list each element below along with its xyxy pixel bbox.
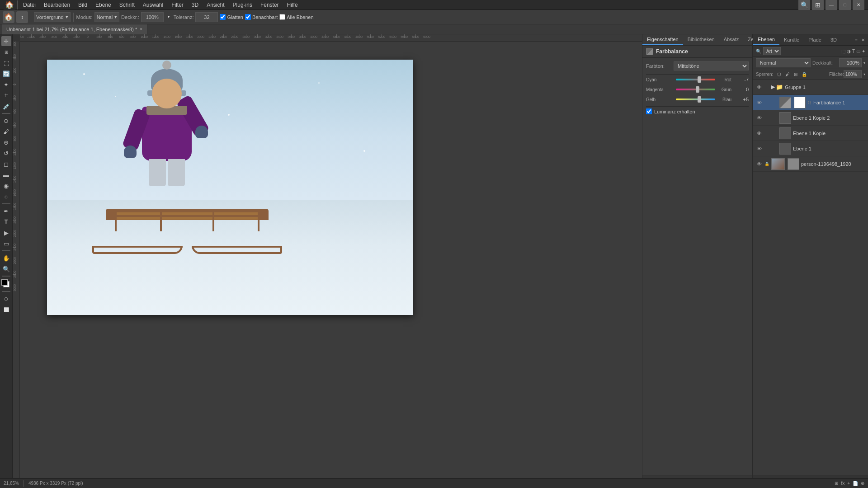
layers-mode-dropdown[interactable]: Normal (756, 58, 811, 67)
status-grid-btn[interactable]: ⊞ (835, 481, 838, 486)
tool-pen[interactable]: ✒ (1, 206, 11, 216)
tool-zoom[interactable]: 🔍 (1, 264, 11, 274)
tool-brush[interactable]: 🖌 (1, 127, 11, 136)
minimize-icon[interactable]: — (826, 0, 837, 11)
status-fx-btn[interactable]: fx (841, 481, 844, 486)
layer-eye-e1[interactable]: 👁 (756, 145, 762, 152)
ps-home-icon[interactable]: 🏠 (4, 0, 15, 11)
fill-arrow[interactable]: ▾ (863, 72, 865, 76)
tab-kanaele[interactable]: Kanäle (779, 35, 804, 45)
filter-adj-icon[interactable]: ◑ (847, 49, 851, 54)
menu-ebene[interactable]: Ebene (92, 1, 115, 9)
layer-farbbalance1[interactable]: 👁 ⛓ Farbbalance 1 (753, 95, 868, 110)
layer-ebene1[interactable]: 👁 Ebene 1 (753, 141, 868, 156)
workspace-icon[interactable]: ⊞ (812, 0, 824, 11)
fg-color-swatch[interactable] (1, 279, 8, 286)
layer-eye-e1k[interactable]: 👁 (756, 130, 762, 136)
menu-ansicht[interactable]: Ansicht (203, 1, 228, 9)
search-icon[interactable]: 🔍 (798, 0, 810, 11)
menu-bild[interactable]: Bild (75, 1, 91, 9)
filter-shape-icon[interactable]: ▭ (856, 49, 860, 54)
layers-filter-type[interactable]: Art (763, 47, 781, 55)
tool-dodge[interactable]: ○ (1, 192, 11, 202)
menu-fenster[interactable]: Fenster (257, 1, 283, 9)
layer-ebene1kopie[interactable]: 👁 Ebene 1 Kopie (753, 126, 868, 141)
menu-auswahl[interactable]: Auswahl (139, 1, 167, 9)
menu-hilfe[interactable]: Hilfe (283, 1, 302, 9)
tool-spot-heal[interactable]: ⊙ (1, 116, 11, 126)
cyan-rot-thumb[interactable] (698, 76, 701, 83)
tab-3d[interactable]: 3D (826, 35, 841, 45)
tool-quick-mask[interactable]: ⬡ (1, 294, 11, 304)
alle-ebenen-checkbox[interactable] (279, 14, 285, 20)
gelb-blau-thumb[interactable] (698, 96, 701, 103)
tool-clone[interactable]: ⊕ (1, 137, 11, 147)
tool-gradient[interactable]: ▬ (1, 170, 11, 180)
layer-expand-arrow[interactable]: ▶ (771, 84, 774, 90)
tool-blur[interactable]: ◉ (1, 181, 11, 191)
luminanz-checkbox[interactable] (646, 108, 652, 114)
benachbart-checkbox-label[interactable]: Benachbart (245, 14, 278, 20)
deckraft-arrow[interactable]: ▾ (165, 11, 172, 23)
layer-eye-gruppe1[interactable]: 👁 (756, 84, 762, 90)
layers-close-btn[interactable]: ✕ (860, 38, 866, 42)
status-doc-btn[interactable]: 📄 (853, 481, 858, 486)
layer-person[interactable]: 👁 🔒 person-1196498_1920 (753, 156, 868, 172)
lock-image-btn[interactable]: 🖌 (784, 71, 791, 78)
status-add-btn[interactable]: + (847, 481, 850, 486)
magenta-gruen-thumb[interactable] (696, 86, 699, 93)
menu-datei[interactable]: Datei (19, 1, 39, 9)
tool-screen-mode[interactable]: ⬜ (1, 305, 11, 314)
farbton-select[interactable]: Tiefen Mitteltöne Lichter (674, 61, 749, 70)
tool-path-select[interactable]: ▶ (1, 228, 11, 238)
document-tab[interactable]: Unbenannt-1 bei 21,7% (Farbbalance 1, Eb… (2, 24, 147, 34)
color-swatches[interactable] (1, 279, 11, 289)
tool-lasso[interactable]: 🔄 (1, 69, 11, 79)
menu-3d[interactable]: 3D (188, 1, 202, 9)
maximize-icon[interactable]: □ (839, 0, 851, 11)
filter-text-icon[interactable]: T (852, 49, 855, 54)
glatten-checkbox-label[interactable]: Glätten (220, 14, 243, 20)
toleranz-input[interactable] (195, 12, 218, 22)
filter-pixel-icon[interactable]: ⬚ (841, 49, 845, 54)
tool-magic-wand[interactable]: ✦ (1, 80, 11, 89)
glatten-checkbox[interactable] (220, 14, 226, 20)
status-layers-btn[interactable]: ⊕ (861, 481, 864, 486)
layer-gruppe1[interactable]: 👁 ▶ 📁 Gruppe 1 (753, 80, 868, 95)
tool-eraser[interactable]: ◻ (1, 159, 11, 169)
layer-eye-e1k2[interactable]: 👁 (756, 115, 762, 121)
tab-bibliotheken[interactable]: Bibliotheken (683, 34, 719, 45)
layer-eye-person[interactable]: 👁 (756, 161, 762, 167)
menu-bearbeiten[interactable]: Bearbeiten (40, 1, 74, 9)
tool-rect-select[interactable]: ⬚ (1, 58, 11, 68)
tab-absatz[interactable]: Absatz (719, 34, 744, 45)
opacity-input[interactable] (839, 58, 862, 67)
alle-ebenen-checkbox-label[interactable]: Alle Ebenen (279, 14, 313, 20)
tool-select-icon[interactable]: ↕ (16, 11, 28, 23)
tool-artboard[interactable]: ⊞ (1, 47, 11, 57)
tab-close-btn[interactable]: × (140, 27, 142, 32)
layer-ebene1kopie2[interactable]: 👁 Ebene 1 Kopie 2 (753, 110, 868, 126)
layers-collapse-btn[interactable]: ≡ (854, 38, 859, 42)
tab-ebenen[interactable]: Ebenen (753, 34, 779, 45)
tab-eigenschaften[interactable]: Eigenschaften (642, 34, 683, 45)
tool-home-icon[interactable]: 🏠 (3, 11, 14, 23)
canvas-workspace[interactable] (20, 42, 642, 488)
tool-eyedropper[interactable]: 💉 (1, 101, 11, 111)
lock-artboard-btn[interactable]: ⊞ (793, 71, 799, 78)
modus-dropdown[interactable]: Normal ▾ (94, 12, 119, 22)
tool-history-brush[interactable]: ↺ (1, 148, 11, 158)
close-icon[interactable]: ✕ (853, 0, 864, 11)
opacity-arrow[interactable]: ▾ (863, 61, 865, 65)
vordergrund-dropdown[interactable]: Vordergrund ▾ (34, 12, 71, 22)
tool-shape[interactable]: ▭ (1, 239, 11, 249)
layer-eye-fb1[interactable]: 👁 (756, 99, 762, 106)
tool-hand[interactable]: ✋ (1, 253, 11, 263)
layer-lock-person[interactable]: 🔒 (764, 161, 769, 167)
menu-plugins[interactable]: Plug-ins (229, 1, 256, 9)
lock-transparent-btn[interactable]: ⬡ (776, 71, 783, 78)
tab-pfade[interactable]: Pfade (804, 35, 826, 45)
menu-schrift[interactable]: Schrift (116, 1, 138, 9)
fill-input[interactable] (844, 70, 862, 78)
lock-all-btn[interactable]: 🔒 (800, 71, 808, 78)
